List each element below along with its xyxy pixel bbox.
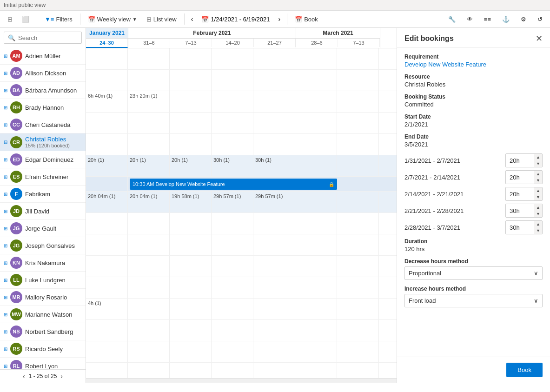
expand-icon[interactable]: ⊞	[4, 364, 7, 369]
hours-input-3[interactable]: 30h ▲ ▼	[505, 204, 543, 218]
calendar2-icon: 📅	[201, 16, 209, 23]
resource-name: Edgar Dominquez	[25, 156, 73, 163]
cal-cell	[212, 320, 253, 341]
expand-icon[interactable]: ⊞	[4, 192, 7, 197]
requirement-value[interactable]: Develop New Website Feature	[404, 61, 543, 68]
panel-body: Requirement Develop New Website Feature …	[397, 48, 550, 357]
expand-icon[interactable]: ⊞	[4, 105, 7, 110]
tools-btn4[interactable]: ⚓	[498, 14, 513, 25]
cal-cell	[170, 48, 212, 69]
expand-icon[interactable]: ⊞	[4, 226, 7, 231]
date-range-btn[interactable]: 📅 1/24/2021 - 6/19/2021	[198, 14, 273, 25]
resource-item-christal[interactable]: ⊟CRChristal Robles15% (120h booked)	[0, 133, 86, 151]
toolbar-divider-1	[37, 13, 37, 25]
calendar-row-luke	[86, 363, 397, 378]
book-btn[interactable]: Book	[506, 363, 543, 377]
decrease-hours-select[interactable]: Proportional ∨	[404, 266, 543, 280]
avatar: RL	[10, 360, 22, 369]
duration-label: Duration	[404, 238, 543, 245]
expand-icon[interactable]: ⊞	[4, 243, 7, 248]
book-toolbar-btn[interactable]: 📅 Book	[291, 14, 322, 25]
resource-item-brady[interactable]: ⊞BHBrady Hannon	[0, 99, 86, 116]
calendar-row-christal_booking: 10:30 AM Develop New Website Feature🔒	[86, 177, 397, 192]
expand-icon[interactable]: ⊞	[4, 53, 7, 59]
cal-cell	[128, 113, 170, 133]
expand-icon[interactable]: ⊞	[4, 329, 7, 334]
prev-date-btn[interactable]: ‹	[188, 13, 196, 25]
resource-name: Ricardo Seely	[25, 345, 63, 352]
resource-value: Christal Robles	[404, 81, 543, 88]
spin-down-1[interactable]: ▼	[534, 177, 542, 184]
resource-item-marianne[interactable]: ⊞MWMarianne Watson	[0, 306, 86, 323]
spin-up-3[interactable]: ▲	[534, 204, 542, 211]
spin-up-0[interactable]: ▲	[534, 154, 542, 160]
spin-down-4[interactable]: ▼	[534, 227, 542, 234]
resource-item-jorge[interactable]: ⊞JGJorge Gault	[0, 220, 86, 237]
prev-page-btn[interactable]: ‹	[23, 372, 25, 380]
cal-cell	[337, 320, 379, 341]
next-page-btn[interactable]: ›	[60, 372, 63, 380]
expand-icon[interactable]: ⊞	[4, 346, 7, 352]
spin-up-4[interactable]: ▲	[534, 221, 542, 227]
hours-input-0[interactable]: 20h ▲ ▼	[505, 153, 543, 167]
cal-cell	[86, 277, 128, 298]
horizontal-scrollbar[interactable]	[86, 378, 397, 383]
resource-item-robert[interactable]: ⊞RLRobert Lyon	[0, 358, 86, 369]
expand-icon[interactable]: ⊞	[4, 71, 7, 76]
spin-down-2[interactable]: ▼	[534, 194, 542, 200]
resource-name: Jill David	[25, 208, 49, 215]
resource-item-joseph[interactable]: ⊞JGJoseph Gonsalves	[0, 237, 86, 254]
spin-up-1[interactable]: ▲	[534, 171, 542, 177]
spin-up-2[interactable]: ▲	[534, 187, 542, 194]
resource-item-kris[interactable]: ⊞KNKris Nakamura	[0, 254, 86, 272]
layout-btn[interactable]: ⬜	[18, 14, 33, 25]
close-panel-btn[interactable]: ✕	[536, 33, 543, 44]
weekly-view-btn[interactable]: 📅 Weekly view ▼	[84, 14, 141, 25]
resource-name: Marianne Watson	[25, 311, 72, 318]
tools-btn2[interactable]: 👁	[463, 14, 477, 25]
expand-icon[interactable]: ⊞	[4, 174, 7, 179]
next-date-btn[interactable]: ›	[276, 13, 284, 25]
filters-btn[interactable]: ▼≡ Filters	[41, 14, 76, 25]
expand-icon[interactable]: ⊞	[4, 122, 7, 127]
hours-input-1[interactable]: 20h ▲ ▼	[505, 170, 543, 184]
resource-item-edgar[interactable]: ⊞EDEdgar Dominquez	[0, 151, 86, 168]
spin-down-3[interactable]: ▼	[534, 211, 542, 217]
spin-down-0[interactable]: ▼	[534, 160, 542, 167]
expand-icon[interactable]: ⊞	[4, 278, 7, 283]
end-date-label: End Date	[404, 133, 543, 140]
expand-icon[interactable]: ⊞	[4, 88, 7, 93]
resource-item-luke[interactable]: ⊞LLLuke Lundgren	[0, 272, 86, 289]
hours-input-4[interactable]: 30h ▲ ▼	[505, 220, 543, 234]
tools-btn1[interactable]: 🔧	[444, 14, 459, 25]
resource-item-adrien[interactable]: ⊞AMAdrien Müller	[0, 47, 86, 65]
hours-input-2[interactable]: 20h ▲ ▼	[505, 187, 543, 201]
booking-bar[interactable]: 10:30 AM Develop New Website Feature🔒	[130, 179, 337, 190]
expand-icon[interactable]: ⊞	[4, 295, 7, 300]
list-view-btn[interactable]: ⊞ List view	[143, 14, 180, 25]
search-input[interactable]	[18, 34, 96, 41]
tools-btn6[interactable]: ↺	[534, 14, 546, 25]
resource-item-allison[interactable]: ⊞ADAllison Dickson	[0, 65, 86, 82]
expand-icon[interactable]: ⊞	[4, 260, 7, 266]
expand-icon[interactable]: ⊞	[4, 157, 7, 162]
cal-cell	[212, 213, 253, 234]
tools-btn3[interactable]: ≡≡	[480, 14, 495, 25]
increase-hours-select[interactable]: Front load ∨	[404, 294, 543, 307]
cal-cell	[128, 320, 170, 341]
resource-item-ricardo[interactable]: ⊞RSRicardo Seely	[0, 340, 86, 358]
tools-btn5[interactable]: ⚙	[517, 14, 530, 25]
expand-icon[interactable]: ⊟	[4, 140, 7, 145]
resource-item-efrain[interactable]: ⊞ESEfrain Schreiner	[0, 168, 86, 186]
resource-item-barbara[interactable]: ⊞BABárbara Amundson	[0, 82, 86, 99]
booking-bar-container: 10:30 AM Develop New Website Feature🔒	[128, 177, 337, 192]
month-label-feb: February 2021	[128, 28, 296, 39]
expand-icon[interactable]: ⊞	[4, 209, 7, 214]
expand-icon[interactable]: ⊞	[4, 312, 7, 317]
resource-item-norbert[interactable]: ⊞NSNorbert Sandberg	[0, 323, 86, 340]
resource-item-jill[interactable]: ⊞JDJill David	[0, 203, 86, 220]
resource-item-cheri[interactable]: ⊞CCCheri Castaneda	[0, 116, 86, 133]
expand-collapse-btn[interactable]: ⊞	[4, 14, 16, 25]
resource-item-fabrikam[interactable]: ⊞FFabrikam	[0, 186, 86, 203]
resource-item-mallory[interactable]: ⊞MRMallory Rosario	[0, 289, 86, 306]
